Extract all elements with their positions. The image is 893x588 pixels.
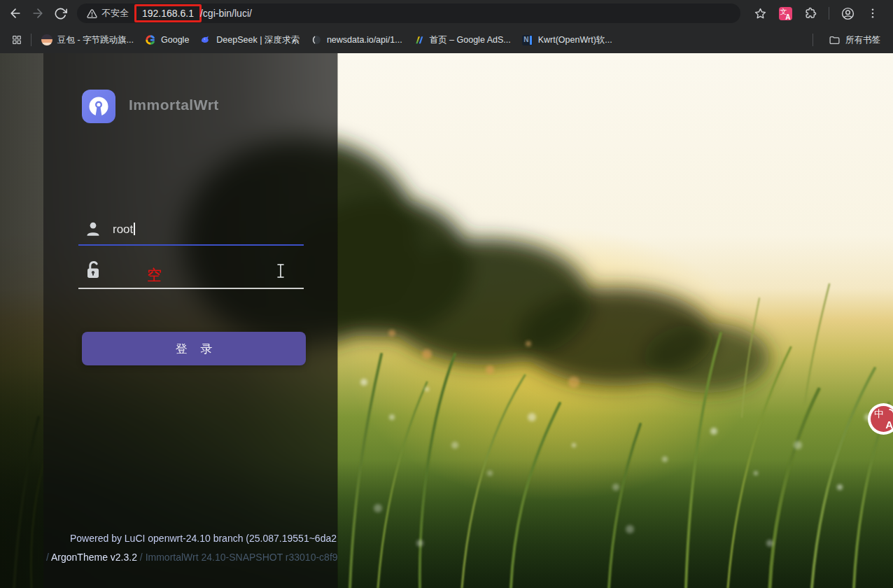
toolbar-right-cluster: 文 A xyxy=(749,2,884,24)
profile-button[interactable] xyxy=(836,2,859,24)
password-underline xyxy=(78,288,304,289)
security-label: 不安全 xyxy=(101,7,129,20)
bookmark-deepseek[interactable]: DeepSeek | 深度求索 xyxy=(195,31,305,49)
star-icon xyxy=(754,7,767,20)
translate-extension-icon: 文 A xyxy=(779,7,792,20)
puzzle-icon xyxy=(804,7,817,20)
bookmark-google[interactable]: Google xyxy=(139,31,195,48)
bookmark-adsense[interactable]: 首页 – Google AdS... xyxy=(408,31,516,49)
username-input[interactable]: root xyxy=(113,223,135,237)
bookmark-star-button[interactable] xyxy=(749,2,771,24)
folder-icon xyxy=(829,34,841,46)
bookmark-label: 豆包 - 字节跳动旗... xyxy=(57,34,134,46)
google-favicon xyxy=(145,34,156,46)
deepseek-favicon xyxy=(200,34,211,46)
forward-button[interactable] xyxy=(27,2,49,24)
username-icon xyxy=(84,220,102,238)
page-viewport: ImmortalWrt root 空 登 录 Powered by LuCI o… xyxy=(0,53,893,588)
translate-char-a: A xyxy=(785,13,790,21)
footer-versions: / ArgonTheme v2.3.2 / ImmortalWrt 24.10-… xyxy=(46,552,337,563)
bookmark-kwrt[interactable]: N Kwrt(OpenWrt)软... xyxy=(516,31,618,49)
bookmark-label: Google xyxy=(161,35,189,45)
adsense-favicon xyxy=(414,34,425,46)
menu-button[interactable] xyxy=(862,2,884,24)
bookmarks-bar: 豆包 - 字节跳动旗... Google DeepSeek | 深度求索 xyxy=(0,27,893,53)
address-bar[interactable]: 不安全 192.168.6.1 /cgi-bin/luci/ xyxy=(77,4,740,23)
bookmarks-separator xyxy=(31,34,31,46)
browser-toolbar: 不安全 192.168.6.1 /cgi-bin/luci/ 文 A xyxy=(0,0,893,27)
login-panel: ImmortalWrt root 空 登 录 Powered by LuCI o… xyxy=(43,53,337,588)
password-ime-char: 空 xyxy=(147,267,162,283)
bookmark-newsdata[interactable]: newsdata.io/api/1... xyxy=(305,31,408,48)
forward-icon xyxy=(31,6,45,20)
kwrt-favicon: N xyxy=(522,34,533,46)
translate-fab-char-a: A xyxy=(885,419,893,430)
translate-fab-icon: 中 A xyxy=(871,406,893,432)
username-underline xyxy=(78,244,304,246)
firmware-version: ImmortalWrt 24.10-SNAPSHOT r33010-c8f9 xyxy=(146,552,337,563)
bookmark-label: 首页 – Google AdS... xyxy=(430,34,511,46)
url-host-annotated: 192.168.6.1 xyxy=(134,4,202,22)
translate-extension-button[interactable]: 文 A xyxy=(774,2,796,24)
login-button[interactable]: 登 录 xyxy=(82,332,306,365)
password-lock-icon xyxy=(83,259,104,281)
toolbar-separator xyxy=(829,7,829,20)
doubao-favicon xyxy=(41,34,52,46)
kebab-menu-icon xyxy=(866,7,879,20)
all-bookmarks-button[interactable]: 所有书签 xyxy=(823,31,886,49)
all-bookmarks-label: 所有书签 xyxy=(845,34,880,46)
footer-powered-by: Powered by LuCI openwrt-24.10 branch (25… xyxy=(70,533,337,544)
newsdata-favicon xyxy=(311,34,322,46)
refresh-icon xyxy=(54,7,67,20)
bookmark-doubao[interactable]: 豆包 - 字节跳动旗... xyxy=(36,31,139,49)
back-button[interactable] xyxy=(4,2,27,24)
argon-theme-link[interactable]: ArgonTheme v2.3.2 xyxy=(51,552,137,563)
extensions-button[interactable] xyxy=(799,2,822,24)
bookmarks-right-cluster: 所有书签 xyxy=(808,31,886,49)
warning-icon xyxy=(87,8,97,19)
footer-slash: / xyxy=(46,552,51,563)
password-input[interactable]: 空 xyxy=(147,265,162,285)
url-path: /cgi-bin/luci/ xyxy=(200,8,252,19)
translate-fab-char-cn: 中 xyxy=(874,408,884,421)
back-icon xyxy=(8,6,22,20)
bookmark-label: newsdata.io/api/1... xyxy=(327,35,402,45)
username-value: root xyxy=(113,223,133,236)
immortalwrt-logo xyxy=(82,90,115,123)
bookmark-label: DeepSeek | 深度求索 xyxy=(216,34,300,46)
all-bookmarks-separator xyxy=(813,34,813,46)
footer-sep: / xyxy=(137,552,146,563)
ibeam-cursor xyxy=(276,263,286,279)
browser-window: 不安全 192.168.6.1 /cgi-bin/luci/ 文 A xyxy=(0,0,893,588)
profile-icon xyxy=(841,6,855,21)
security-chip[interactable]: 不安全 xyxy=(87,7,129,20)
refresh-button[interactable] xyxy=(49,2,71,24)
bookmark-label: Kwrt(OpenWrt)软... xyxy=(538,34,612,46)
apps-grid-icon xyxy=(11,34,22,46)
text-caret xyxy=(134,223,135,235)
apps-grid-button[interactable] xyxy=(7,30,27,50)
brand-title: ImmortalWrt xyxy=(129,97,219,113)
